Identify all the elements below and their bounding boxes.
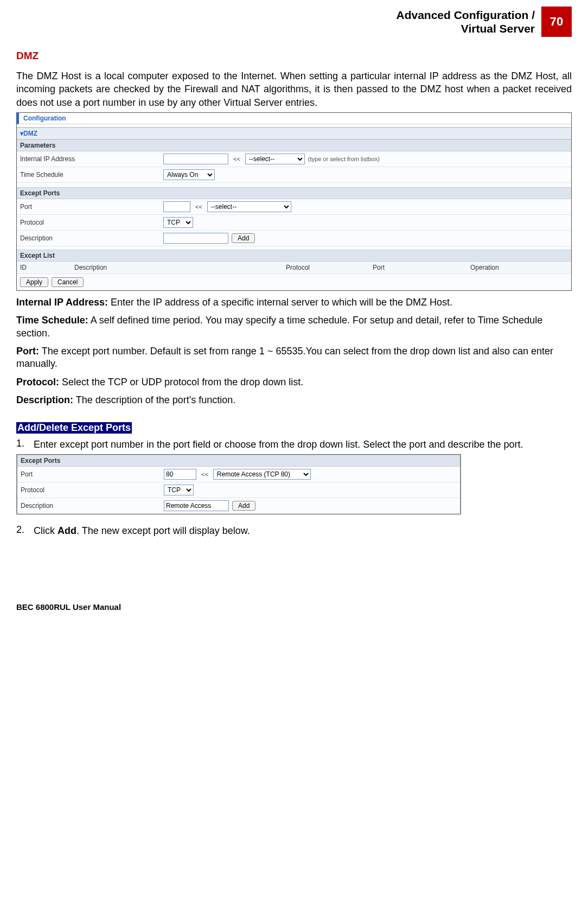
protocol-label: Protocol [20,219,160,226]
description-label-2: Description [21,502,161,510]
dmz-section-bar[interactable]: ▾DMZ [17,128,571,139]
desc-port: Port: The except port number. Default is… [16,345,572,371]
row-time-schedule: Time Schedule Always On [17,167,571,183]
description-input[interactable] [163,233,228,244]
arrow-icon: << [232,156,242,162]
dmz-config-panel: Configuration ▾DMZ Parameters Internal I… [16,112,572,291]
row-description-2: Description Add [17,498,460,514]
description-label: Description [20,234,160,242]
step-1-number: 1. [16,438,34,451]
desc-protocol: Protocol: Select the TCP or UDP protocol… [16,376,572,389]
desc-description: Description: The description of the port… [16,394,572,406]
col-id: ID [20,264,74,271]
header-line1: Advanced Configuration / [396,9,535,21]
arrow-icon: << [194,203,204,210]
except-ports-bar-2: Except Ports [17,455,460,467]
except-ports-example-panel: Except Ports Port << Remote Access (TCP … [16,454,461,514]
time-schedule-select[interactable]: Always On [163,169,215,180]
row-internal-ip: Internal IP Address << --select-- (type … [17,151,571,167]
header-line2: Virtual Server [461,22,535,35]
description-input-2[interactable] [164,500,229,511]
desc-time-schedule: Time Schedule: A self defined time perio… [16,314,572,340]
port-label: Port [20,203,160,211]
step-1: 1. Enter except port number in the port … [16,438,572,451]
col-port: Port [373,264,470,271]
protocol-label-2: Protocol [21,486,161,494]
step-2-text: Click Add. The new except port will disp… [34,524,572,537]
internal-ip-select[interactable]: --select-- [245,154,305,164]
col-operation: Operation [470,264,568,271]
protocol-select-2[interactable]: TCP [164,485,194,495]
col-description: Description [74,264,286,271]
add-button[interactable]: Add [232,233,255,243]
action-row: Apply Cancel [17,274,571,290]
port-label-2: Port [21,470,161,478]
configuration-tab[interactable]: Configuration [17,113,571,124]
time-schedule-label: Time Schedule [20,171,160,179]
section-title-dmz: DMZ [16,50,572,62]
except-list-bar: Except List [17,250,571,262]
port-select[interactable]: --select-- [207,201,291,212]
arrow-icon: << [200,471,210,478]
cancel-button[interactable]: Cancel [52,277,84,287]
row-description: Description Add [17,231,571,246]
col-protocol: Protocol [286,264,373,271]
step-2: 2. Click Add. The new except port will d… [16,524,572,537]
subheader-add-delete: Add/Delete Except Ports [16,422,132,434]
parameters-bar: Parameters [17,139,571,151]
except-ports-bar: Except Ports [17,187,571,199]
dmz-section-label: DMZ [23,130,37,137]
row-port: Port << --select-- [17,199,571,215]
page-header: Advanced Configuration / Virtual Server … [16,0,572,40]
page-number-badge: 70 [541,7,572,37]
intro-paragraph: The DMZ Host is a local computer exposed… [16,69,572,109]
step-1-text: Enter except port number in the port fie… [34,438,572,451]
desc-internal-ip: Internal IP Address: Enter the IP addres… [16,296,572,309]
header-title: Advanced Configuration / Virtual Server [396,8,535,35]
apply-button[interactable]: Apply [20,277,48,287]
footer-manual-title: BEC 6800RUL User Manual [16,602,572,612]
protocol-select[interactable]: TCP [163,217,193,228]
port-input-2[interactable] [164,469,196,480]
row-protocol-2: Protocol TCP [17,482,460,498]
row-protocol: Protocol TCP [17,215,571,231]
row-port-2: Port << Remote Access (TCP 80) [17,467,460,482]
port-input[interactable] [163,201,190,212]
port-select-2[interactable]: Remote Access (TCP 80) [213,469,311,480]
step-2-number: 2. [16,524,34,537]
except-list-header: ID Description Protocol Port Operation [17,262,571,274]
spacer [17,183,571,187]
internal-ip-input[interactable] [163,154,228,164]
add-button-2[interactable]: Add [232,501,255,511]
ip-hint: (type or select from listbox) [308,156,380,162]
internal-ip-label: Internal IP Address [20,155,160,163]
